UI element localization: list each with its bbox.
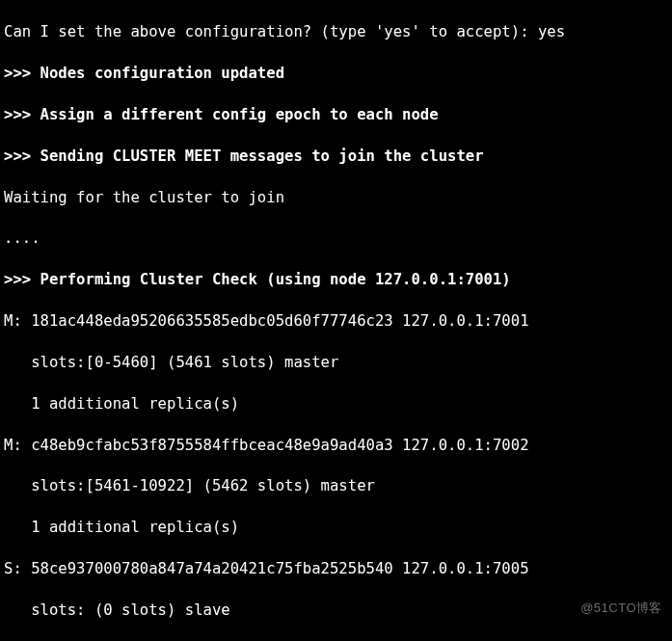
node-line: S: 58ce937000780a847a74a20421c75fba2525b… <box>4 559 668 579</box>
config-prompt-answer: yes <box>538 23 565 40</box>
config-prompt-line: Can I set the above configuration? (type… <box>4 22 668 42</box>
node-line: M: 181ac448eda95206635585edbc05d60f77746… <box>4 311 668 332</box>
watermark: @51CTO博客 <box>580 598 662 618</box>
node-line: 1 additional replica(s) <box>4 394 668 414</box>
progress-waiting: Waiting for the cluster to join <box>4 188 668 208</box>
progress-updated: >>> Nodes configuration updated <box>4 64 668 84</box>
node-line: M: c48eb9cfabc53f8755584ffbceac48e9a9ad4… <box>4 436 668 456</box>
node-line: slots: (0 slots) slave <box>4 601 668 621</box>
config-prompt-question: Can I set the above configuration? (type… <box>4 23 538 40</box>
progress-meet: >>> Sending CLUSTER MEET messages to joi… <box>4 147 668 167</box>
node-line: 1 additional replica(s) <box>4 518 668 538</box>
node-line: slots:[0-5460] (5461 slots) master <box>4 353 668 373</box>
progress-epoch: >>> Assign a different config epoch to e… <box>4 105 668 125</box>
terminal-output[interactable]: Can I set the above configuration? (type… <box>0 0 672 641</box>
progress-dots: .... <box>4 228 668 249</box>
node-line: slots:[5461-10922] (5462 slots) master <box>4 476 668 496</box>
cluster-check-header: >>> Performing Cluster Check (using node… <box>4 270 668 290</box>
